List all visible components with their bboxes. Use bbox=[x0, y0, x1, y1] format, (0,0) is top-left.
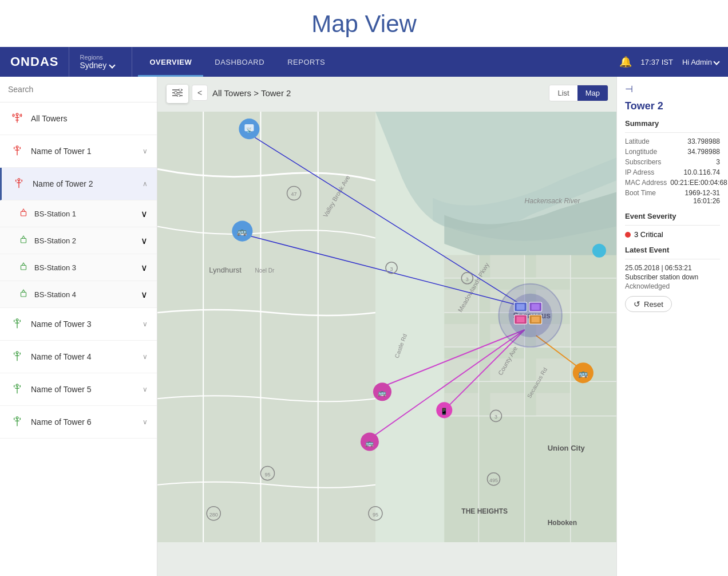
svg-rect-45 bbox=[444, 324, 478, 347]
search-box bbox=[0, 77, 157, 102]
sidebar: All Towers Name of Tower 1 ∨ bbox=[0, 77, 157, 576]
sidebar-item-all-towers[interactable]: All Towers bbox=[0, 102, 157, 135]
reset-icon: ↺ bbox=[634, 299, 640, 309]
summary-section-title: Summary bbox=[625, 119, 720, 128]
svg-text:Union City: Union City bbox=[548, 444, 585, 452]
longitude-value: 34.798988 bbox=[687, 148, 720, 156]
svg-text:Noel Dr: Noel Dr bbox=[255, 267, 275, 274]
reset-button[interactable]: ↺ Reset bbox=[625, 296, 672, 312]
sub-item-bs3[interactable]: BS-Station 3 ∨ bbox=[0, 254, 157, 281]
svg-point-0 bbox=[16, 113, 18, 116]
svg-text:3: 3 bbox=[494, 414, 497, 420]
bs4-label: BS-Station 4 bbox=[34, 290, 135, 299]
latitude-value: 33.798988 bbox=[687, 137, 720, 145]
map-breadcrumb: < All Towers > Tower 2 bbox=[192, 85, 571, 101]
tower-1-label: Name of Tower 1 bbox=[31, 147, 137, 156]
tower-6-chevron-icon: ∨ bbox=[143, 418, 148, 426]
bs4-chevron-icon: ∨ bbox=[141, 289, 148, 300]
svg-text:🚌: 🚌 bbox=[378, 388, 387, 397]
info-row-mac: MAC Address 00:21:EE:00:04:68 bbox=[625, 179, 720, 187]
sidebar-item-tower-4[interactable]: Name of Tower 4 ∨ bbox=[0, 341, 157, 373]
bs2-label: BS-Station 2 bbox=[34, 236, 135, 245]
nav-dashboard[interactable]: DASHBOARD bbox=[203, 47, 276, 77]
tower-5-chevron-icon: ∨ bbox=[143, 385, 148, 393]
svg-point-103 bbox=[592, 244, 606, 258]
svg-text:95: 95 bbox=[373, 512, 378, 518]
navbar-user[interactable]: Hi Admin bbox=[682, 58, 719, 66]
sidebar-item-tower-1[interactable]: Name of Tower 1 ∨ bbox=[0, 135, 157, 168]
tower-4-label: Name of Tower 4 bbox=[31, 352, 137, 361]
bs1-chevron-icon: ∨ bbox=[141, 208, 148, 219]
tower-4-icon bbox=[9, 349, 25, 365]
svg-rect-10 bbox=[21, 212, 26, 216]
all-towers-icon bbox=[9, 111, 25, 127]
map-view-button[interactable]: Map bbox=[577, 85, 608, 101]
svg-rect-14 bbox=[21, 266, 26, 270]
bs4-icon bbox=[18, 288, 29, 301]
tower-6-label: Name of Tower 6 bbox=[31, 417, 137, 427]
svg-text:🚌: 🚌 bbox=[365, 439, 374, 447]
navbar-region[interactable]: Regions Sydney bbox=[69, 47, 132, 77]
svg-rect-16 bbox=[21, 293, 26, 297]
nav-reports[interactable]: REPORTS bbox=[276, 47, 337, 77]
svg-text:495: 495 bbox=[489, 478, 498, 483]
map-area[interactable]: < All Towers > Tower 2 List Map bbox=[157, 77, 616, 576]
info-row-boottime: Boot Time 1969-12-31 16:01:26 bbox=[625, 189, 720, 205]
info-row-ip: IP Adress 10.0.116.74 bbox=[625, 168, 720, 176]
panel-collapse-button[interactable]: ⊣ bbox=[625, 84, 633, 94]
event-severity-title: Event Severity bbox=[625, 212, 720, 220]
sidebar-item-tower-2[interactable]: Name of Tower 2 ∧ bbox=[0, 168, 157, 200]
search-input[interactable] bbox=[8, 82, 149, 96]
svg-point-35 bbox=[177, 94, 180, 97]
region-chevron-icon bbox=[109, 62, 115, 68]
event-time: 25.05.2018 | 06:53:21 bbox=[625, 264, 720, 272]
all-towers-label: All Towers bbox=[31, 114, 148, 123]
list-view-button[interactable]: List bbox=[549, 85, 577, 101]
svg-rect-41 bbox=[536, 255, 571, 278]
tower-5-icon bbox=[9, 381, 25, 397]
page-title: Map View bbox=[0, 10, 728, 38]
tower-6-icon bbox=[9, 414, 25, 430]
sidebar-item-tower-6[interactable]: Name of Tower 6 ∨ bbox=[0, 406, 157, 439]
event-desc: Subscriber station down bbox=[625, 273, 720, 281]
sidebar-item-tower-5[interactable]: Name of Tower 5 ∨ bbox=[0, 373, 157, 406]
navbar-nav: OVERVIEW DASHBOARD REPORTS bbox=[132, 47, 619, 77]
tower-1-chevron-icon: ∨ bbox=[143, 147, 148, 155]
longitude-label: Longtitude bbox=[625, 148, 657, 156]
bs1-icon bbox=[18, 207, 29, 220]
bs2-chevron-icon: ∨ bbox=[141, 235, 148, 246]
svg-point-33 bbox=[179, 89, 182, 92]
region-value: Sydney bbox=[80, 61, 121, 70]
svg-rect-53 bbox=[536, 393, 571, 416]
sub-item-bs1[interactable]: BS-Station 1 ∨ bbox=[0, 200, 157, 227]
tower-2-chevron-icon: ∧ bbox=[143, 180, 148, 188]
svg-rect-52 bbox=[490, 393, 524, 416]
svg-text:3: 3 bbox=[390, 266, 393, 272]
svg-point-7 bbox=[18, 179, 20, 181]
page-title-bar: Map View bbox=[0, 0, 728, 47]
event-status: Acknowledged bbox=[625, 282, 720, 290]
boottime-value: 1969-12-31 16:01:26 bbox=[659, 189, 720, 205]
nav-overview[interactable]: OVERVIEW bbox=[138, 47, 203, 77]
latest-event-divider bbox=[625, 259, 720, 259]
svg-text:🚌: 🚌 bbox=[237, 226, 247, 236]
sub-item-bs4[interactable]: BS-Station 4 ∨ bbox=[0, 281, 157, 308]
brand-logo: ONDAS bbox=[10, 54, 58, 69]
breadcrumb-text: All Towers > Tower 2 bbox=[212, 88, 291, 98]
mac-label: MAC Address bbox=[625, 179, 667, 187]
svg-text:280: 280 bbox=[209, 512, 218, 518]
region-label: Regions bbox=[80, 54, 121, 61]
bell-icon[interactable]: 🔔 bbox=[619, 56, 632, 68]
sidebar-item-tower-3[interactable]: Name of Tower 3 ∨ bbox=[0, 308, 157, 341]
svg-text:🚌: 🚌 bbox=[578, 368, 588, 378]
sub-item-bs2[interactable]: BS-Station 2 ∨ bbox=[0, 227, 157, 254]
severity-value: 3 Critical bbox=[634, 230, 663, 239]
breadcrumb-back-button[interactable]: < bbox=[192, 85, 208, 101]
navbar: ONDAS Regions Sydney OVERVIEW DASHBOARD … bbox=[0, 47, 728, 77]
svg-text:95: 95 bbox=[264, 472, 270, 478]
right-panel: ⊣ Tower 2 Summary Latitude 33.798988 Lon… bbox=[616, 77, 728, 576]
navbar-right: 🔔 17:37 IST Hi Admin bbox=[619, 56, 728, 68]
tower-5-label: Name of Tower 5 bbox=[31, 385, 137, 394]
svg-text:📡: 📡 bbox=[246, 127, 253, 133]
map-filter-button[interactable] bbox=[167, 85, 188, 103]
